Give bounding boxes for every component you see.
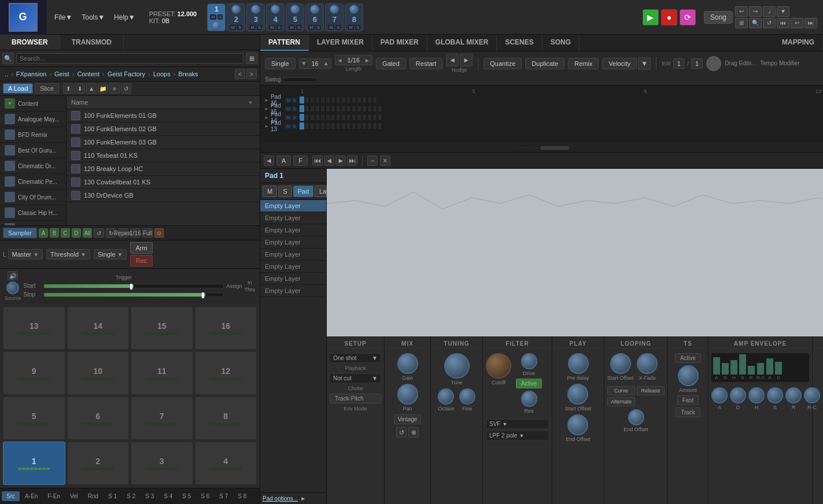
collection-item-2[interactable]: Best Of Guru... (0, 143, 66, 158)
pcell[interactable] (320, 123, 325, 129)
pad-cell-9[interactable]: 9 (3, 351, 65, 395)
inst-minus-icon[interactable]: − (367, 155, 378, 166)
sampler-alpha-c[interactable]: C (61, 228, 70, 238)
pcell[interactable] (346, 114, 351, 121)
amp-a-knob-ctrl[interactable] (711, 387, 728, 403)
layer-item-1[interactable]: Empty Layer (260, 212, 326, 224)
play-end-offset-knob[interactable] (567, 414, 588, 435)
amp-s-knob-ctrl[interactable] (767, 387, 783, 403)
bot-tab-fen[interactable]: F-En (43, 491, 65, 501)
pad-cell-11[interactable]: 11 (131, 351, 193, 395)
pcell[interactable] (300, 123, 304, 129)
sampler-ctrl-1[interactable]: ↺ (94, 228, 104, 238)
bot-tab-rnd[interactable]: Rnd (83, 491, 103, 501)
amp-bar-s-fill[interactable] (739, 354, 746, 375)
collection-item-0[interactable]: Analogue May... (0, 112, 66, 127)
amp-d-knob-ctrl[interactable] (730, 387, 746, 403)
pcell[interactable] (357, 105, 361, 112)
svf-dropdown[interactable]: SVF ▼ (486, 419, 549, 429)
next-icon[interactable]: ⏭ (804, 18, 817, 28)
pat-tab-global-mixer[interactable]: GLOBAL MIXER (427, 35, 497, 51)
layer-item-2[interactable]: Empty Layer (260, 224, 326, 236)
list-icon[interactable]: ≡ (109, 83, 120, 94)
collection-item-5[interactable]: City Of Drum... (0, 190, 66, 205)
pad-cell-2[interactable]: 2 (67, 442, 130, 485)
nudge-left-icon[interactable]: ◄ (446, 54, 459, 66)
pcell[interactable] (331, 114, 335, 121)
pad-number-6[interactable]: 6 MS (305, 3, 324, 31)
sampler-alpha-b[interactable]: B (50, 228, 59, 238)
inst-close-icon[interactable]: × (380, 155, 390, 166)
layer-item-3[interactable]: Empty Layer (260, 236, 326, 249)
pad-cell-5[interactable]: 5 (3, 396, 65, 440)
pcell[interactable] (300, 105, 304, 112)
pcell[interactable] (315, 105, 320, 112)
pad-number-4[interactable]: 4 MS (266, 3, 285, 31)
lpf2-dropdown[interactable]: LPF 2 pole ▼ (486, 431, 549, 440)
swing-slider[interactable] (283, 77, 318, 82)
steps-down-icon[interactable]: ▼ (300, 59, 309, 68)
sampler-alpha-a[interactable]: A (39, 228, 48, 238)
pad-tab-button[interactable]: Pad (293, 186, 314, 197)
ts-active-toggle[interactable]: Active (675, 353, 701, 363)
bot-tab-s3[interactable]: S 3 (141, 491, 158, 501)
tune-knob[interactable] (444, 353, 470, 379)
pcell[interactable] (372, 105, 377, 112)
pcell[interactable] (305, 105, 309, 112)
bot-tab-s5[interactable]: S 5 (178, 491, 195, 501)
loop-button[interactable]: ⟳ (680, 9, 696, 25)
down-arrow-icon[interactable]: ▼ (777, 6, 789, 17)
pcell[interactable] (310, 123, 315, 129)
file-item-4[interactable]: 120 Breaky Loop HC (67, 162, 260, 176)
redo-icon[interactable]: ↪ (749, 6, 762, 17)
search-icon[interactable]: 🔍 (749, 18, 762, 28)
pcell[interactable] (372, 123, 377, 129)
refresh-files-icon[interactable]: ↺ (121, 83, 131, 94)
sampler-fraction[interactable]: 1/16 (130, 228, 141, 238)
pcell[interactable] (336, 114, 341, 121)
pcell[interactable] (300, 97, 304, 103)
record-button[interactable]: ● (661, 9, 677, 25)
amp-bar-d2-fill[interactable] (775, 362, 782, 375)
pad-cell-12[interactable]: 12 (195, 351, 257, 395)
bot-tab-aen[interactable]: A-En (20, 491, 42, 501)
quantize-button[interactable]: Quantize (484, 58, 522, 69)
amp-bar-rc-fill[interactable] (757, 363, 764, 375)
pcell[interactable] (341, 105, 346, 112)
pcell[interactable] (367, 97, 372, 103)
pcell[interactable] (310, 114, 315, 121)
rec-button[interactable]: Rec (130, 255, 152, 266)
pad-number-5[interactable]: 5 MS (286, 3, 304, 31)
pcell[interactable] (315, 114, 320, 121)
help-menu[interactable]: Help▼ (110, 12, 139, 23)
steps-up-icon[interactable]: ▲ (322, 59, 331, 68)
pad-number-2[interactable]: 2 MS (227, 3, 245, 31)
start-slider[interactable] (43, 284, 224, 288)
play-start-offset-knob[interactable] (567, 384, 588, 405)
collection-item-7[interactable]: Dark Matter (0, 221, 66, 225)
sampler-single-dropdown[interactable]: Single ▼ (94, 249, 127, 260)
browse-icon[interactable]: ⊞ (246, 53, 257, 64)
amp-bar-h-fill[interactable] (730, 360, 737, 375)
ts-fast-toggle[interactable]: Fast (677, 395, 699, 405)
pcell[interactable] (346, 105, 351, 112)
replay-icon[interactable]: ↩ (791, 18, 803, 28)
pcell[interactable] (367, 123, 372, 129)
curve-button[interactable]: Curve (607, 386, 635, 395)
file-tab-aload[interactable]: A Load (3, 83, 33, 94)
pad-options-button[interactable]: Pad options... (263, 495, 298, 502)
pad-number-7[interactable]: 7 MS (325, 3, 344, 31)
layer-item-6[interactable]: Empty Layer (260, 273, 326, 285)
pcell[interactable] (310, 97, 315, 103)
pcell[interactable] (378, 105, 382, 112)
loop-icon[interactable]: ↺ (396, 427, 407, 438)
pattern-scrollbar[interactable] (540, 146, 569, 150)
pad-cell-7[interactable]: 7 (131, 396, 193, 440)
pcell[interactable] (372, 97, 377, 103)
amp-bar-a2-fill[interactable] (766, 358, 773, 375)
sampler-git-icon[interactable]: ⊙ (154, 228, 164, 238)
metronome-icon[interactable]: ♩ (763, 6, 776, 17)
pcell[interactable] (352, 105, 356, 112)
fine-knob[interactable] (459, 388, 475, 405)
play-button[interactable]: ▶ (643, 9, 659, 25)
